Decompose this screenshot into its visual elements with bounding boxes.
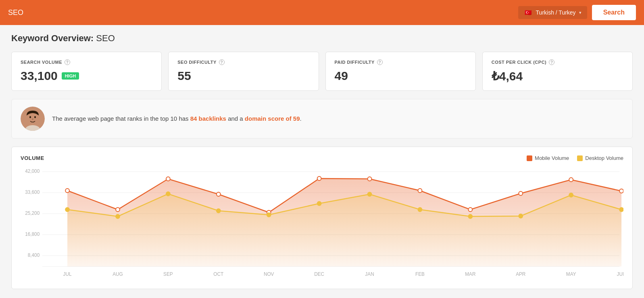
metrics-row: SEARCH VOLUME ? 33,100 HIGH SEO DIFFICUL… — [11, 52, 633, 91]
flag-icon: 🇹🇷 — [524, 9, 533, 16]
metric-card-search-volume: SEARCH VOLUME ? 33,100 HIGH — [11, 52, 162, 91]
search-input[interactable] — [8, 8, 513, 17]
mobile-point — [368, 177, 372, 181]
main-content: Keyword Overview: SEO SEARCH VOLUME ? 33… — [0, 25, 644, 297]
mobile-point — [468, 208, 472, 212]
legend-mobile-icon — [527, 155, 532, 161]
chart-legend: Mobile Volume Desktop Volume — [527, 155, 623, 161]
metric-label-seo-difficulty: SEO DIFFICULTY ? — [177, 59, 309, 65]
legend-desktop-label: Desktop Volume — [585, 155, 623, 161]
mobile-point — [166, 177, 170, 181]
svg-text:AUG: AUG — [113, 271, 123, 277]
mobile-point — [619, 189, 623, 193]
svg-text:JUL: JUL — [63, 271, 72, 277]
metric-card-cpc: COST PER CLICK (CPC) ? ₺4,64 — [482, 52, 633, 91]
svg-point-3 — [34, 116, 36, 118]
svg-text:25,200: 25,200 — [25, 210, 40, 216]
language-label: Turkish / Turkey — [536, 9, 576, 16]
svg-point-5 — [25, 116, 27, 119]
info-icon-seo-difficulty[interactable]: ? — [219, 59, 225, 65]
desktop-point — [317, 201, 321, 206]
svg-text:JAN: JAN — [365, 271, 374, 277]
search-button[interactable]: Search — [592, 5, 636, 20]
svg-text:33,600: 33,600 — [25, 189, 40, 195]
svg-text:16,800: 16,800 — [25, 231, 40, 237]
svg-text:NOV: NOV — [264, 271, 274, 277]
chevron-down-icon: ▾ — [579, 10, 581, 15]
desktop-point — [468, 214, 472, 218]
svg-text:SEP: SEP — [163, 271, 173, 277]
svg-text:JUN: JUN — [617, 271, 623, 277]
svg-text:MAR: MAR — [465, 271, 476, 277]
mobile-point — [317, 176, 321, 180]
avatar — [21, 107, 45, 131]
svg-text:DEC: DEC — [314, 271, 324, 277]
chart-section: VOLUME Mobile Volume Desktop Volume — [11, 147, 633, 289]
desktop-point — [569, 193, 573, 197]
desktop-point — [519, 214, 523, 218]
desktop-point — [116, 214, 120, 218]
mobile-point — [116, 208, 120, 212]
metric-card-paid-difficulty: PAID DIFFICULTY ? 49 — [325, 52, 476, 91]
info-icon-cpc[interactable]: ? — [549, 59, 554, 65]
svg-text:42,000: 42,000 — [25, 168, 40, 174]
chart-svg: 42,000 33,600 25,200 16,800 8,400 — [21, 168, 623, 281]
svg-text:8,400: 8,400 — [28, 252, 40, 258]
mobile-point — [519, 191, 523, 195]
desktop-point — [267, 213, 271, 217]
mobile-point — [569, 178, 573, 182]
chart-area: 42,000 33,600 25,200 16,800 8,400 — [21, 168, 623, 281]
svg-point-4 — [32, 119, 33, 120]
metric-value-search-volume: 33,100 HIGH — [21, 69, 152, 83]
legend-desktop-icon — [577, 155, 583, 161]
metric-value-paid-difficulty: 49 — [335, 69, 467, 83]
desktop-point — [368, 192, 372, 196]
language-selector[interactable]: 🇹🇷 Turkish / Turkey ▾ — [518, 6, 587, 19]
svg-text:MAY: MAY — [566, 271, 576, 277]
svg-text:OCT: OCT — [213, 271, 223, 277]
metric-card-seo-difficulty: SEO DIFFICULTY ? 55 — [168, 52, 319, 91]
desktop-point — [418, 208, 422, 212]
metric-label-search-volume: SEARCH VOLUME ? — [21, 59, 152, 65]
mobile-point — [65, 189, 69, 193]
chart-title: VOLUME — [21, 155, 44, 161]
legend-mobile: Mobile Volume — [527, 155, 569, 161]
info-banner: The average web page that ranks in the t… — [11, 99, 633, 139]
desktop-point — [619, 208, 623, 212]
page-title: Keyword Overview: SEO — [11, 33, 633, 44]
svg-point-6 — [38, 116, 40, 119]
banner-text: The average web page that ranks in the t… — [52, 114, 302, 124]
chart-header: VOLUME Mobile Volume Desktop Volume — [21, 155, 623, 161]
svg-text:APR: APR — [516, 271, 526, 277]
mobile-point — [217, 192, 221, 196]
metric-value-seo-difficulty: 55 — [177, 69, 309, 83]
badge-high: HIGH — [62, 72, 79, 80]
metric-value-cpc: ₺4,64 — [492, 69, 623, 83]
metric-label-paid-difficulty: PAID DIFFICULTY ? — [335, 59, 467, 65]
info-icon-search-volume[interactable]: ? — [65, 59, 70, 65]
svg-point-2 — [29, 116, 31, 118]
desktop-point — [217, 209, 221, 213]
desktop-point — [166, 192, 170, 196]
mobile-point — [418, 189, 422, 193]
header: 🇹🇷 Turkish / Turkey ▾ Search — [0, 0, 644, 25]
svg-text:FEB: FEB — [415, 271, 425, 277]
info-icon-paid-difficulty[interactable]: ? — [377, 59, 383, 65]
legend-desktop: Desktop Volume — [577, 155, 623, 161]
desktop-point — [65, 208, 69, 212]
search-wrapper — [8, 8, 513, 17]
metric-label-cpc: COST PER CLICK (CPC) ? — [492, 59, 623, 65]
legend-mobile-label: Mobile Volume — [535, 155, 569, 161]
